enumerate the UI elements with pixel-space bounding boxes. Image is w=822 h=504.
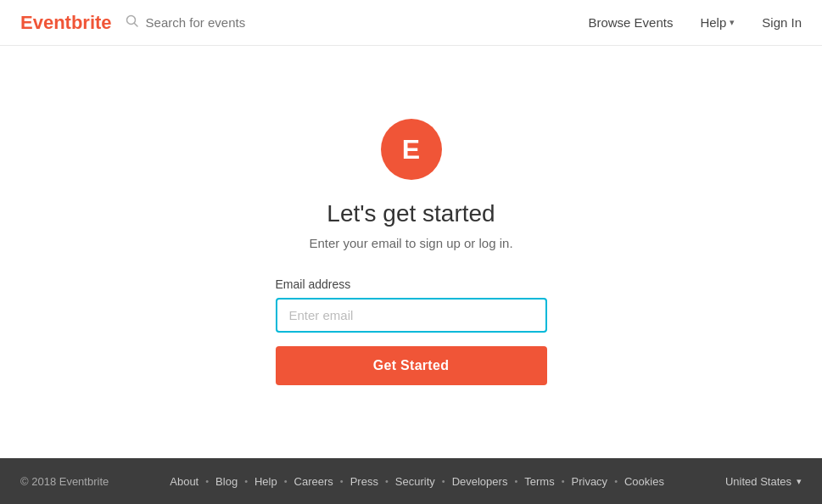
footer-link-careers[interactable]: Careers <box>294 475 333 488</box>
email-label: Email address <box>276 277 547 291</box>
help-chevron-icon: ▾ <box>730 17 735 28</box>
login-form: Email address Get Started <box>276 277 547 385</box>
search-input[interactable] <box>146 15 465 30</box>
copyright: © 2018 Eventbrite <box>20 475 109 488</box>
footer-link-help[interactable]: Help <box>254 475 277 488</box>
sign-in-link[interactable]: Sign In <box>762 15 802 30</box>
footer-links: About•Blog•Help•Careers•Press•Security•D… <box>170 475 664 488</box>
footer-link-press[interactable]: Press <box>350 475 378 488</box>
footer-link-security[interactable]: Security <box>395 475 435 488</box>
locale-selector[interactable]: United States ▾ <box>725 475 802 488</box>
logo[interactable]: Eventbrite <box>20 12 112 34</box>
footer-dot: • <box>340 476 344 486</box>
footer-dot: • <box>284 476 288 486</box>
footer-dot: • <box>385 476 389 486</box>
footer-dot: • <box>614 476 618 486</box>
avatar: E <box>381 119 442 180</box>
email-field[interactable] <box>276 298 547 333</box>
page-title: Let's get started <box>327 200 495 227</box>
locale-label: United States <box>725 475 791 488</box>
footer-link-terms[interactable]: Terms <box>524 475 554 488</box>
footer-dot: • <box>514 476 517 486</box>
svg-line-1 <box>134 23 137 26</box>
search-icon <box>126 14 139 31</box>
get-started-button[interactable]: Get Started <box>276 346 547 385</box>
locale-chevron-icon: ▾ <box>797 476 802 487</box>
footer-dot: • <box>205 476 209 486</box>
footer-link-developers[interactable]: Developers <box>452 475 508 488</box>
page-subtitle: Enter your email to sign up or log in. <box>309 236 512 250</box>
footer-dot: • <box>562 476 565 486</box>
footer-link-cookies[interactable]: Cookies <box>624 475 664 488</box>
footer: © 2018 Eventbrite About•Blog•Help•Career… <box>0 458 822 504</box>
footer-link-blog[interactable]: Blog <box>215 475 238 488</box>
search-area <box>126 14 465 31</box>
header: Eventbrite Browse Events Help ▾ Sign In <box>0 0 822 46</box>
footer-dot: • <box>442 476 445 486</box>
footer-link-privacy[interactable]: Privacy <box>572 475 608 488</box>
header-nav: Browse Events Help ▾ Sign In <box>588 15 802 30</box>
avatar-letter: E <box>402 134 420 165</box>
main-content: E Let's get started Enter your email to … <box>0 46 822 458</box>
browse-events-link[interactable]: Browse Events <box>588 15 673 30</box>
footer-link-about[interactable]: About <box>170 475 199 488</box>
footer-dot: • <box>244 476 248 486</box>
help-link[interactable]: Help ▾ <box>700 15 735 30</box>
